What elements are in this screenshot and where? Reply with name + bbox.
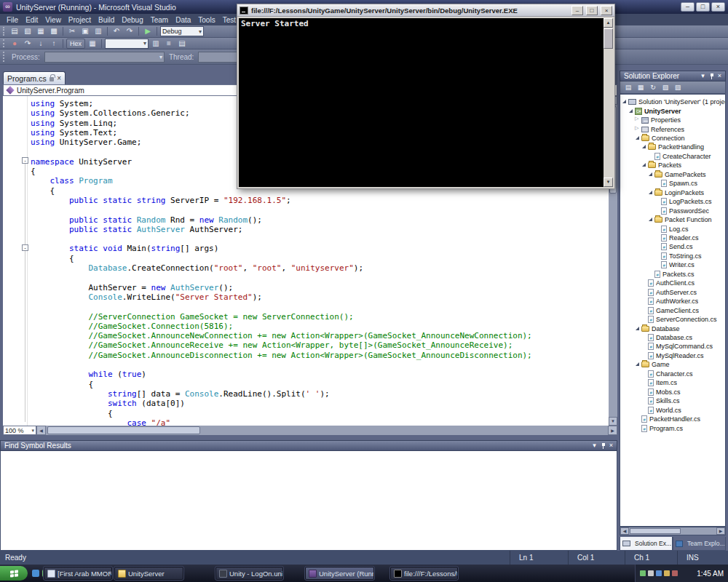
view-designer-icon[interactable]: ▨ xyxy=(673,83,683,92)
tree-item[interactable]: Program.cs xyxy=(620,423,725,432)
close-icon[interactable]: × xyxy=(609,441,613,450)
console-minimize-button[interactable]: – xyxy=(571,6,583,15)
tree-item[interactable]: Game xyxy=(620,360,725,369)
tree-expander[interactable] xyxy=(641,144,647,150)
find-panel-header[interactable]: Find Symbol Results ▾ × xyxy=(0,440,617,451)
console-scrollbar[interactable]: ▲ ▼ xyxy=(604,18,613,187)
close-button[interactable]: × xyxy=(711,2,725,12)
console-output-area[interactable]: Server Started ▲ ▼ xyxy=(239,18,613,187)
tree-item[interactable]: AuthWorker.cs xyxy=(620,297,725,306)
scrollbar-thumb[interactable] xyxy=(604,28,613,49)
taskbar-button[interactable]: [First Arab MMORPG ... xyxy=(44,567,112,580)
tree-item[interactable]: MySqlReader.cs xyxy=(620,351,725,360)
pin-icon[interactable] xyxy=(601,442,606,450)
menu-item-project[interactable]: Project xyxy=(65,15,95,25)
memory-icon[interactable]: ▦ xyxy=(87,39,98,49)
tray-icon[interactable] xyxy=(648,570,654,576)
open-file-icon[interactable]: ▧ xyxy=(22,26,33,36)
output-window-icon[interactable]: ▤ xyxy=(176,39,188,49)
tree-item[interactable]: ServerConnection.cs xyxy=(620,315,725,324)
menu-item-file[interactable]: File xyxy=(3,15,22,25)
step-out-icon[interactable]: ↑ xyxy=(48,39,60,49)
tree-expander[interactable] xyxy=(648,172,654,178)
tree-item[interactable]: PasswordSec xyxy=(620,206,725,215)
tree-item[interactable]: LogPackets.cs xyxy=(620,197,725,206)
tree-item[interactable]: Character.cs xyxy=(620,370,725,378)
close-icon[interactable]: × xyxy=(718,71,721,81)
new-file-icon[interactable]: ▤ xyxy=(9,26,20,36)
tree-expander[interactable] xyxy=(635,326,641,332)
tree-item[interactable]: PacketHandling xyxy=(620,143,725,151)
tab-close-icon[interactable]: × xyxy=(57,75,61,82)
tree-item[interactable]: Mobs.cs xyxy=(620,388,725,396)
window-position-icon[interactable]: ▾ xyxy=(593,441,596,450)
tree-item[interactable]: Writer.cs xyxy=(620,260,725,269)
step-into-icon[interactable]: ↓ xyxy=(35,39,47,49)
menu-item-view[interactable]: View xyxy=(41,15,65,25)
save-all-icon[interactable]: ▩ xyxy=(48,26,60,36)
panel-tab-solution[interactable]: Solution Ex... xyxy=(620,537,673,551)
tree-expander[interactable]: ▷ xyxy=(635,117,641,123)
tree-expander[interactable]: ▷ xyxy=(635,127,641,132)
scroll-down-icon[interactable]: ▼ xyxy=(609,417,617,426)
taskbar-button[interactable]: UnityServer xyxy=(114,567,183,580)
cut-icon[interactable]: ✂ xyxy=(66,26,78,36)
quick-launch-icon[interactable] xyxy=(32,570,39,577)
menu-item-debug[interactable]: Debug xyxy=(118,15,146,25)
menu-item-tools[interactable]: Tools xyxy=(194,15,218,25)
redo-icon[interactable]: ↷ xyxy=(124,26,135,36)
panel-tab-team[interactable]: Team Explo... xyxy=(673,537,726,551)
tree-item[interactable]: Packet Function xyxy=(620,215,725,224)
taskbar-button[interactable]: UnityServer (Running)... xyxy=(305,567,374,580)
tree-expander[interactable] xyxy=(635,135,641,141)
tree-item[interactable]: LoginPackets xyxy=(620,188,725,197)
view-code-icon[interactable]: ▧ xyxy=(660,83,670,92)
undo-icon[interactable]: ↶ xyxy=(111,26,122,36)
tree-item[interactable]: GameClient.cs xyxy=(620,306,725,314)
tree-expander[interactable] xyxy=(635,362,641,367)
breakpoint-icon[interactable]: ● xyxy=(9,39,20,49)
tree-expander[interactable] xyxy=(648,217,654,223)
tree-item[interactable]: ▷Properties xyxy=(620,116,725,124)
fold-collapse-box[interactable]: - xyxy=(22,244,28,251)
tray-icon[interactable] xyxy=(672,570,678,576)
scroll-left-icon[interactable]: ◀ xyxy=(36,426,46,435)
console-titlebar[interactable]: file:///F:/Lessons/UnityGame/UnityServer… xyxy=(237,4,614,17)
find-results-list[interactable] xyxy=(0,451,617,551)
solution-explorer-header[interactable]: Solution Explorer ▾ × xyxy=(620,71,726,81)
tray-icon[interactable] xyxy=(664,570,670,576)
menu-item-edit[interactable]: Edit xyxy=(22,15,41,25)
solution-explorer-horizontal-scrollbar[interactable]: ◀ ▶ xyxy=(620,527,726,535)
hex-button[interactable]: Hex xyxy=(66,39,85,49)
show-all-files-icon[interactable]: ▦ xyxy=(636,83,646,92)
tree-item[interactable]: CreateCharacter xyxy=(620,152,725,161)
editor-horizontal-scrollbar[interactable]: ◀ ▶ xyxy=(36,426,617,435)
step-over-icon[interactable]: ↷ xyxy=(22,39,33,49)
tree-expander[interactable] xyxy=(648,190,654,196)
tree-expander[interactable] xyxy=(628,108,634,114)
call-stack-icon[interactable]: ≡ xyxy=(163,39,175,49)
tree-item[interactable]: Log.cs xyxy=(620,224,725,233)
taskbar-button[interactable]: file:///F:/Lessons/Unit... xyxy=(390,567,458,580)
tree-item[interactable]: AuthServer.cs xyxy=(620,288,725,297)
tree-expander[interactable] xyxy=(641,162,647,168)
fold-collapse-box[interactable]: - xyxy=(22,157,28,164)
refresh-icon[interactable]: ↻ xyxy=(648,83,658,92)
tree-item[interactable]: AuthClient.cs xyxy=(620,279,725,287)
start-button[interactable] xyxy=(0,566,28,581)
watch-combo[interactable]: ▾ xyxy=(105,39,149,49)
zoom-combo[interactable]: 100 % ▾ xyxy=(3,426,36,435)
immediate-window-icon[interactable]: ▥ xyxy=(150,39,162,49)
scrollbar-thumb[interactable] xyxy=(630,528,681,534)
tab-program-cs[interactable]: Program.cs × xyxy=(3,71,66,84)
tree-item[interactable]: World.cs xyxy=(620,405,725,414)
console-maximize-button[interactable]: □ xyxy=(586,6,598,15)
scroll-right-icon[interactable]: ▶ xyxy=(716,527,725,535)
save-icon[interactable]: ▦ xyxy=(35,26,47,36)
tray-icon[interactable] xyxy=(640,570,646,576)
minimize-button[interactable]: – xyxy=(681,2,695,12)
scroll-down-icon[interactable]: ▼ xyxy=(604,178,613,187)
tree-item[interactable]: Packets.cs xyxy=(620,270,725,279)
maximize-button[interactable]: □ xyxy=(696,2,710,12)
tree-item[interactable]: PacketHandler.cs xyxy=(620,415,725,423)
